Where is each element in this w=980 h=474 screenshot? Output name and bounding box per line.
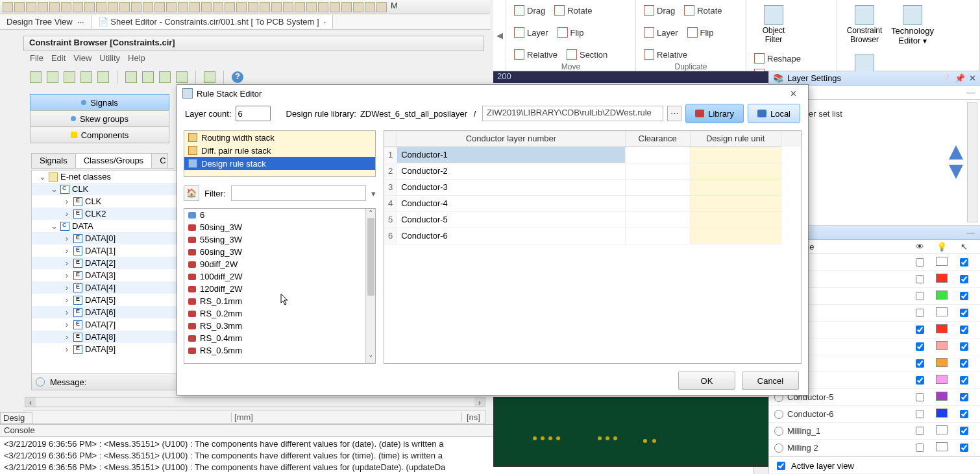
color-swatch[interactable] [936, 375, 948, 384]
move-up-icon[interactable] [949, 145, 963, 160]
toolbar-icon[interactable] [260, 2, 270, 12]
toolbar-icon[interactable] [190, 2, 200, 12]
color-swatch[interactable] [936, 425, 948, 434]
select-checkbox[interactable] [960, 292, 968, 300]
scrollbar[interactable] [967, 102, 977, 222]
dup-flip[interactable]: Flip [686, 25, 715, 40]
cb-tool-icon[interactable] [47, 71, 58, 83]
toolbar-icon[interactable] [131, 2, 141, 12]
rules-header[interactable]: 6 [184, 209, 375, 221]
menu-file[interactable]: File [27, 53, 46, 65]
active-layer-view[interactable]: Active layer view [769, 456, 980, 474]
color-swatch[interactable] [936, 324, 948, 333]
menu-utility[interactable]: Utility [97, 53, 123, 65]
select-checkbox[interactable] [960, 410, 968, 418]
select-checkbox[interactable] [960, 258, 968, 267]
toolbar-icon[interactable] [283, 2, 293, 12]
help-icon[interactable]: ? [232, 71, 243, 83]
select-checkbox[interactable] [960, 326, 968, 334]
scrollbar[interactable]: ˄˅ [365, 209, 375, 363]
cb-tool-icon[interactable] [204, 71, 215, 83]
toolbar-icon[interactable] [318, 2, 328, 12]
chevron-down-icon[interactable]: ▾ [371, 189, 376, 198]
color-swatch[interactable] [936, 257, 948, 266]
filter-input[interactable] [231, 185, 367, 201]
close-icon[interactable]: ✕ [783, 89, 803, 99]
pin-icon[interactable]: 📌 [955, 73, 965, 83]
toolbar-icon[interactable] [353, 2, 363, 12]
rule-item[interactable]: RS_0.3mm [184, 320, 375, 332]
rule-item[interactable]: 100diff_2W [184, 270, 375, 283]
dup-rotate[interactable]: Rotate [683, 3, 723, 18]
edit-reshape[interactable]: Reshape [753, 51, 802, 66]
conductor-row[interactable]: 2Conductor-2 [384, 163, 801, 179]
library-button[interactable]: Library [685, 104, 744, 123]
layer-row[interactable]: Conductor-6 [769, 406, 980, 423]
color-swatch[interactable] [936, 341, 948, 350]
cb-tool-icon[interactable] [159, 71, 171, 83]
dup-drag[interactable]: Drag [643, 3, 676, 18]
tab-sheet-editor[interactable]: 📄 Sheet Editor - Constraints.cir/001.sht… [92, 15, 334, 29]
rule-item[interactable]: RS_0.1mm [184, 295, 375, 307]
move-drag[interactable]: Drag [513, 3, 546, 18]
toolbar-icon[interactable] [306, 2, 317, 12]
cb-tool-icon[interactable] [142, 71, 154, 83]
color-swatch[interactable] [936, 392, 948, 401]
toolbar-icon[interactable] [178, 2, 188, 12]
select-checkbox[interactable] [960, 376, 968, 385]
radio-icon[interactable] [774, 410, 783, 419]
visible-checkbox[interactable] [916, 444, 924, 452]
accordion-signals[interactable]: Signals [30, 94, 169, 111]
radio-icon[interactable] [774, 427, 783, 436]
visible-checkbox[interactable] [916, 359, 924, 368]
layer-row[interactable]: Milling 2 [769, 440, 980, 456]
visible-checkbox[interactable] [916, 342, 924, 351]
cb-tool-icon[interactable] [30, 71, 42, 83]
toolbar-icon[interactable] [3, 2, 13, 12]
ok-button[interactable]: OK [678, 372, 735, 390]
radio-icon[interactable] [774, 444, 783, 453]
tab-extra[interactable]: C [151, 153, 168, 168]
design-tab-stub[interactable]: Desig [0, 412, 32, 424]
visible-checkbox[interactable] [916, 309, 924, 317]
local-button[interactable]: Local [748, 104, 800, 123]
conductor-row[interactable]: 1Conductor-1 [384, 147, 801, 163]
toolbar-icon[interactable] [73, 2, 83, 12]
select-checkbox[interactable] [960, 342, 968, 351]
home-icon[interactable]: 🏠 [184, 185, 199, 201]
active-layer-checkbox[interactable] [777, 462, 785, 470]
toolbar-icon[interactable] [213, 2, 223, 12]
visible-checkbox[interactable] [916, 376, 924, 385]
conductor-row[interactable]: 3Conductor-3 [384, 179, 801, 195]
color-swatch[interactable] [936, 290, 948, 300]
close-icon[interactable]: ✕ [969, 73, 976, 83]
browse-button[interactable]: … [667, 106, 681, 121]
toolbar-icon[interactable] [61, 2, 71, 12]
ribbon-prev[interactable]: ◀ [493, 0, 506, 71]
cb-tool-icon[interactable] [64, 71, 75, 83]
toolbar-icon[interactable] [96, 2, 106, 12]
rule-item[interactable]: 55sing_3W [184, 233, 375, 246]
conductor-row[interactable]: 5Conductor-5 [384, 211, 801, 228]
toolbar-icon[interactable] [271, 2, 282, 12]
rule-item[interactable]: 60sing_3W [184, 246, 375, 258]
move-section[interactable]: Section [565, 47, 609, 62]
select-checkbox[interactable] [960, 309, 968, 317]
tab-signals[interactable]: Signals [31, 153, 76, 168]
select-checkbox[interactable] [960, 359, 968, 368]
toolbar-icon[interactable] [201, 2, 212, 12]
visible-checkbox[interactable] [916, 292, 924, 300]
visible-checkbox[interactable] [916, 427, 924, 435]
cb-tool-icon[interactable] [176, 71, 188, 83]
color-swatch[interactable] [936, 307, 948, 316]
layer-row[interactable]: Milling_1 [769, 423, 980, 440]
rule-item[interactable]: RS_0.2mm [184, 307, 375, 320]
rule-item[interactable]: 50sing_3W [184, 221, 375, 233]
cancel-button[interactable]: Cancel [742, 372, 799, 390]
dup-layer[interactable]: Layer [643, 25, 680, 40]
select-checkbox[interactable] [960, 393, 968, 401]
toolbar-icon[interactable] [295, 2, 305, 12]
move-layer[interactable]: Layer [513, 25, 550, 40]
accordion-skew[interactable]: Skew groups [30, 110, 169, 127]
tab-classes-groups[interactable]: Classes/Groups [75, 153, 152, 168]
